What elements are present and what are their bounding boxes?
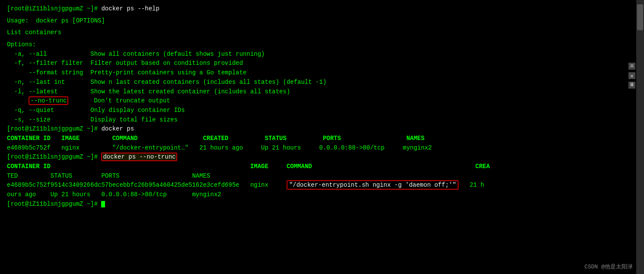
option-format: --format string Pretty-print containers … (7, 68, 624, 78)
terminal: [root@iZ11blsnjgpgumZ ~]# docker ps --he… (0, 0, 631, 213)
usage-line: Usage: docker ps [OPTIONS] (7, 16, 624, 26)
command-highlight: "/docker-entrypoint.sh nginx -g 'daemon … (287, 180, 459, 190)
option-q: -q, --quiet Only display container IDs (7, 106, 624, 115)
prompt-3: [root@iZ11blsnjgpgumZ ~]# (7, 153, 101, 160)
option-l: -l, --latest Show the latest created con… (7, 87, 624, 97)
sidebar-icon-h[interactable]: H (628, 82, 635, 89)
option-s: -s, --size Display total file sizes (7, 115, 624, 125)
table-row-2c: ours ago Up 21 hours 0.0.0.0:88->80/tcp … (7, 190, 624, 200)
prompt-1: [root@iZ11blsnjgpgumZ ~]# (7, 5, 101, 12)
cmd-docker-ps: docker ps (101, 125, 134, 132)
list-containers: List containers (7, 28, 624, 38)
option-n: -n, --last int Show n last created conta… (7, 78, 624, 87)
table-header-1: CONTAINER ID IMAGE COMMAND CREATED STATU… (7, 134, 624, 143)
line-final-prompt: [root@iZ11blsnjgpgumZ ~]# (7, 200, 624, 209)
cursor (101, 201, 105, 207)
cmd-1: docker ps --help (101, 5, 159, 12)
table-row-2b: e4689b5c752f9514c3409266dc57becebbfc26b9… (7, 181, 624, 190)
csdn-watermark: CSDN @他是太阳渌 (584, 263, 633, 271)
sidebar-icon-close[interactable]: ✕ (628, 72, 635, 79)
scrollbar[interactable] (636, 0, 644, 274)
cmd-no-trunc-highlight: docker ps --no-trunc (101, 153, 177, 161)
sidebar-icon-menu[interactable]: ≡ (628, 63, 635, 70)
option-f: -f, --filter filter Filter output based … (7, 59, 624, 68)
scroll-thumb[interactable] (637, 4, 643, 30)
table-row-1: e4689b5c752f nginx "/docker-entrypoint…"… (7, 143, 624, 153)
line-1: [root@iZ11blsnjgpgumZ ~]# docker ps --he… (7, 4, 624, 14)
prompt-final: [root@iZ11blsnjgpgumZ ~]# (7, 201, 101, 207)
line-docker-ps: [root@iZ11blsnjgpgumZ ~]# docker ps (7, 124, 624, 134)
table-row-2a: TED STATUS PORTS NAMES (7, 172, 624, 181)
option-a: -a, --all Show all containers (default s… (7, 50, 624, 59)
option-no-trunc: --no-trunc Don't truncate output (7, 96, 624, 106)
line-docker-ps-notrunc: [root@iZ11blsnjgpgumZ ~]# docker ps --no… (7, 153, 624, 162)
options-header: Options: (7, 40, 624, 50)
table-header-2: CONTAINER ID IMAGE COMMAND CREA (7, 162, 624, 172)
prompt-2: [root@iZ11blsnjgpgumZ ~]# (7, 125, 101, 132)
no-trunc-highlight: --no-trunc (29, 96, 68, 105)
